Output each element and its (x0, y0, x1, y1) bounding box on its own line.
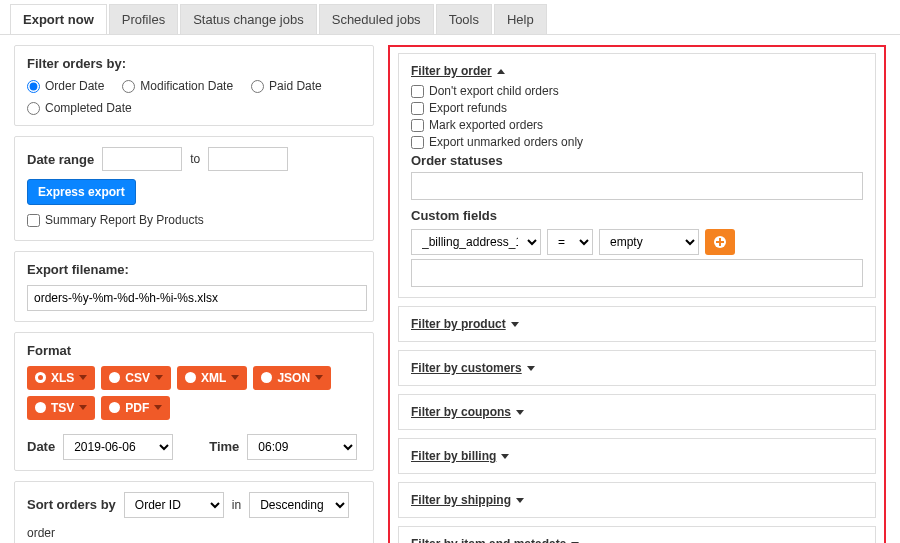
format-xml[interactable]: XML (177, 366, 247, 390)
chk-mark-exported[interactable]: Mark exported orders (411, 118, 853, 132)
radio-paid-date-label: Paid Date (269, 79, 322, 93)
date-from-input[interactable] (102, 147, 182, 171)
custom-field-value-select[interactable]: empty (599, 229, 699, 255)
radio-mod-date-label: Modification Date (140, 79, 233, 93)
radio-icon (185, 372, 196, 383)
chevron-down-icon (79, 405, 87, 410)
sort-orders-box: Sort orders by Order ID in Descending or… (14, 481, 374, 544)
format-box: Format XLS CSV XML JSON TSV PDF Date 201… (14, 332, 374, 471)
format-xls-label: XLS (51, 371, 74, 385)
radio-icon (109, 402, 120, 413)
time-label: Time (209, 439, 239, 454)
radio-icon (109, 372, 120, 383)
chevron-down-icon (527, 366, 535, 371)
custom-field-op-select[interactable]: = (547, 229, 593, 255)
express-export-button[interactable]: Express export (27, 179, 136, 205)
filter-by-item-metadata-title: Filter by item and metadata (411, 537, 566, 543)
tab-help[interactable]: Help (494, 4, 547, 34)
format-csv-label: CSV (125, 371, 150, 385)
chevron-down-icon (79, 375, 87, 380)
radio-paid-date[interactable]: Paid Date (251, 79, 322, 93)
chk-export-refunds[interactable]: Export refunds (411, 101, 853, 115)
filter-by-billing-title: Filter by billing (411, 449, 496, 463)
filter-by-shipping-box[interactable]: Filter by shipping (398, 482, 876, 518)
format-csv[interactable]: CSV (101, 366, 171, 390)
filter-by-billing-toggle[interactable]: Filter by billing (411, 449, 509, 463)
chevron-down-icon (155, 375, 163, 380)
filter-by-product-box[interactable]: Filter by product (398, 306, 876, 342)
sort-direction-select[interactable]: Descending (249, 492, 349, 518)
summary-report-label: Summary Report By Products (45, 213, 204, 227)
format-pdf-label: PDF (125, 401, 149, 415)
filter-by-item-metadata-box[interactable]: Filter by item and metadata (398, 526, 876, 543)
radio-icon (261, 372, 272, 383)
filter-orders-by-title: Filter orders by: (27, 56, 361, 71)
format-json[interactable]: JSON (253, 366, 331, 390)
tab-scheduled-jobs[interactable]: Scheduled jobs (319, 4, 434, 34)
radio-modification-date[interactable]: Modification Date (122, 79, 233, 93)
filter-orders-by-box: Filter orders by: Order Date Modificatio… (14, 45, 374, 126)
tab-export-now[interactable]: Export now (10, 4, 107, 34)
chk-label: Don't export child orders (429, 84, 559, 98)
summary-report-checkbox[interactable]: Summary Report By Products (27, 213, 204, 227)
chevron-down-icon (516, 410, 524, 415)
tab-profiles[interactable]: Profiles (109, 4, 178, 34)
chevron-down-icon (501, 454, 509, 459)
chevron-down-icon (511, 322, 519, 327)
to-label: to (190, 152, 200, 166)
chk-label: Mark exported orders (429, 118, 543, 132)
format-xls[interactable]: XLS (27, 366, 95, 390)
filter-by-order-title: Filter by order (411, 64, 492, 78)
format-title: Format (27, 343, 361, 358)
radio-completed-date[interactable]: Completed Date (27, 101, 132, 115)
filter-by-order-toggle[interactable]: Filter by order (411, 64, 505, 78)
order-statuses-label: Order statuses (411, 153, 863, 168)
radio-completed-date-label: Completed Date (45, 101, 132, 115)
format-pdf[interactable]: PDF (101, 396, 170, 420)
filter-by-shipping-toggle[interactable]: Filter by shipping (411, 493, 524, 507)
custom-fields-result-input[interactable] (411, 259, 863, 287)
date-to-input[interactable] (208, 147, 288, 171)
radio-icon (35, 372, 46, 383)
radio-order-date-label: Order Date (45, 79, 104, 93)
export-filename-input[interactable] (27, 285, 367, 311)
filter-by-product-title: Filter by product (411, 317, 506, 331)
filter-by-item-metadata-toggle[interactable]: Filter by item and metadata (411, 537, 579, 543)
date-range-box: Date range to Express export Summary Rep… (14, 136, 374, 241)
plus-icon (714, 236, 726, 248)
export-filename-label: Export filename: (27, 262, 361, 277)
sort-orders-label: Sort orders by (27, 497, 116, 512)
order-label: order (27, 526, 55, 540)
add-custom-field-button[interactable] (705, 229, 735, 255)
date-range-label: Date range (27, 152, 94, 167)
filter-by-billing-box[interactable]: Filter by billing (398, 438, 876, 474)
format-tsv[interactable]: TSV (27, 396, 95, 420)
chk-dont-export-child[interactable]: Don't export child orders (411, 84, 853, 98)
chk-label: Export unmarked orders only (429, 135, 583, 149)
filter-by-customers-box[interactable]: Filter by customers (398, 350, 876, 386)
date-select[interactable]: 2019-06-06 (63, 434, 173, 460)
filter-by-coupons-box[interactable]: Filter by coupons (398, 394, 876, 430)
in-label: in (232, 498, 241, 512)
format-xml-label: XML (201, 371, 226, 385)
nav-tabs: Export now Profiles Status change jobs S… (0, 0, 900, 35)
filter-by-coupons-toggle[interactable]: Filter by coupons (411, 405, 524, 419)
format-tsv-label: TSV (51, 401, 74, 415)
chk-unmarked-only[interactable]: Export unmarked orders only (411, 135, 853, 149)
chevron-down-icon (315, 375, 323, 380)
sort-field-select[interactable]: Order ID (124, 492, 224, 518)
custom-field-name-select[interactable]: _billing_address_1 (411, 229, 541, 255)
tab-status-change-jobs[interactable]: Status change jobs (180, 4, 317, 34)
filters-panel: Filter by order Don't export child order… (388, 45, 886, 543)
chevron-up-icon (497, 69, 505, 74)
tab-tools[interactable]: Tools (436, 4, 492, 34)
radio-order-date[interactable]: Order Date (27, 79, 104, 93)
filter-by-shipping-title: Filter by shipping (411, 493, 511, 507)
filter-by-product-toggle[interactable]: Filter by product (411, 317, 519, 331)
filter-by-coupons-title: Filter by coupons (411, 405, 511, 419)
time-select[interactable]: 06:09 (247, 434, 357, 460)
filter-by-customers-title: Filter by customers (411, 361, 522, 375)
filter-by-customers-toggle[interactable]: Filter by customers (411, 361, 535, 375)
order-statuses-input[interactable] (411, 172, 863, 200)
format-json-label: JSON (277, 371, 310, 385)
